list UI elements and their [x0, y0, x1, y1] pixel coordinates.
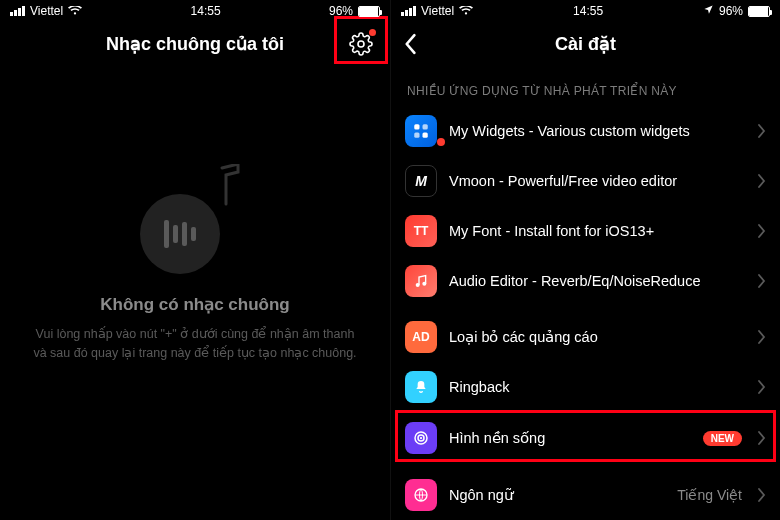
chevron-right-icon — [758, 330, 766, 344]
chevron-right-icon — [758, 124, 766, 138]
wifi-icon — [459, 6, 473, 16]
target-icon — [405, 422, 437, 454]
screen-left: Viettel 14:55 96% Nhạc chuông của tôi Kh… — [0, 0, 390, 520]
svg-rect-1 — [414, 124, 419, 129]
navbar-right: Cài đặt — [391, 22, 780, 66]
back-button[interactable] — [403, 33, 417, 55]
empty-title: Không có nhạc chuông — [100, 294, 289, 315]
row-label: My Widgets - Various custom widgets — [449, 123, 746, 139]
empty-state: Không có nhạc chuông Vui lòng nhấp vào n… — [0, 66, 390, 520]
row-label: Ngôn ngữ — [449, 487, 665, 503]
chevron-right-icon — [758, 380, 766, 394]
globe-icon — [405, 479, 437, 511]
svg-point-5 — [416, 283, 420, 287]
row-remove-ads[interactable]: AD Loại bỏ các quảng cáo — [391, 312, 780, 362]
row-live-wallpaper[interactable]: Hình nền sống NEW — [391, 412, 780, 464]
signal-icon — [401, 6, 416, 16]
notification-dot-icon — [369, 29, 376, 36]
status-time: 14:55 — [191, 4, 221, 18]
battery-percent: 96% — [329, 4, 353, 18]
font-icon: TT — [405, 215, 437, 247]
ad-icon: AD — [405, 321, 437, 353]
row-label: Hình nền sống — [449, 430, 691, 446]
vmoon-icon: M — [405, 165, 437, 197]
bell-icon — [405, 371, 437, 403]
carrier-label: Viettel — [421, 4, 454, 18]
music-note-icon — [140, 164, 250, 274]
settings-button[interactable] — [344, 27, 378, 61]
row-label: Vmoon - Powerful/Free video editor — [449, 173, 746, 189]
status-time: 14:55 — [573, 4, 603, 18]
svg-point-9 — [420, 437, 422, 439]
page-title: Cài đặt — [555, 33, 616, 55]
chevron-right-icon — [758, 224, 766, 238]
svg-rect-3 — [414, 133, 419, 138]
row-detail: Tiếng Việt — [677, 487, 742, 503]
wifi-icon — [68, 6, 82, 16]
row-label: Loại bỏ các quảng cáo — [449, 329, 746, 345]
battery-icon — [748, 6, 770, 17]
chevron-right-icon — [758, 274, 766, 288]
section-header: NHIỀU ỨNG DỤNG TỪ NHÀ PHÁT TRIỂN NÀY — [391, 66, 780, 106]
app-badge-dot-icon — [437, 138, 445, 146]
svg-rect-4 — [423, 133, 428, 138]
chevron-right-icon — [758, 174, 766, 188]
row-label: My Font - Install font for iOS13+ — [449, 223, 746, 239]
chevron-right-icon — [758, 431, 766, 445]
chevron-right-icon — [758, 488, 766, 502]
row-audio-editor[interactable]: Audio Editor - Reverb/Eq/NoiseReduce — [391, 256, 780, 306]
battery-icon — [358, 6, 380, 17]
settings-list: NHIỀU ỨNG DỤNG TỪ NHÀ PHÁT TRIỂN NÀY My … — [391, 66, 780, 520]
screen-right: Viettel 14:55 96% Cài đặt NHIỀU ỨNG DỤNG… — [390, 0, 780, 520]
row-label: Audio Editor - Reverb/Eq/NoiseReduce — [449, 273, 746, 289]
row-label: Ringback — [449, 379, 746, 395]
status-bar: Viettel 14:55 96% — [391, 0, 780, 22]
location-icon — [703, 4, 714, 18]
row-ringback[interactable]: Ringback — [391, 362, 780, 412]
empty-subtitle: Vui lòng nhấp vào nút "+" ở dưới cùng để… — [28, 325, 362, 363]
navbar-left: Nhạc chuông của tôi — [0, 22, 390, 66]
signal-icon — [10, 6, 25, 16]
audio-icon — [405, 265, 437, 297]
widgets-icon — [405, 115, 437, 147]
row-vmoon[interactable]: M Vmoon - Powerful/Free video editor — [391, 156, 780, 206]
svg-point-6 — [422, 282, 426, 286]
carrier-label: Viettel — [30, 4, 63, 18]
svg-rect-2 — [423, 124, 428, 129]
svg-point-0 — [358, 41, 364, 47]
row-language[interactable]: Ngôn ngữ Tiếng Việt — [391, 470, 780, 520]
status-bar: Viettel 14:55 96% — [0, 0, 390, 22]
row-my-widgets[interactable]: My Widgets - Various custom widgets — [391, 106, 780, 156]
new-badge: NEW — [703, 431, 742, 446]
battery-percent: 96% — [719, 4, 743, 18]
row-my-font[interactable]: TT My Font - Install font for iOS13+ — [391, 206, 780, 256]
page-title: Nhạc chuông của tôi — [106, 33, 284, 55]
